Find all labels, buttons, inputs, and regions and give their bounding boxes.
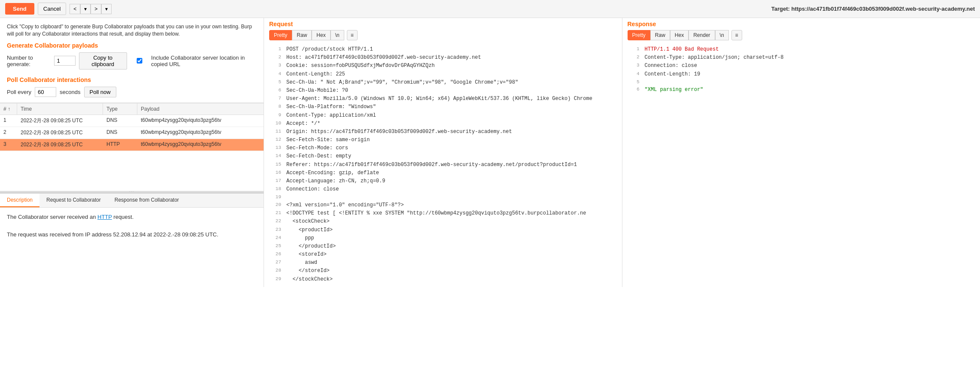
poll-seconds-label: seconds [60,89,80,95]
line-content: Cookie: session=fobPUSQUSdfxjMwfdovDrGPA… [286,62,435,70]
response-code-area: 1HTTP/1.1 400 Bad Request2Content-Type: … [622,42,980,287]
poll-now-button[interactable]: Poll now [84,87,116,97]
target-label: Target: https://ac471fb01f74f469c03b053f… [771,6,975,12]
col-header-time[interactable]: Time [17,103,103,115]
request-tab-newline[interactable]: \n [331,30,344,40]
toolbar: Send Cancel < ▾ > ▾ Target: https://ac47… [0,0,980,18]
table-row[interactable]: 2 2022-2月-28 09:08:25 UTC DNS t60wbmp4zy… [0,127,264,139]
line-content: Content-Type: application/json; charset=… [645,54,784,62]
http-link[interactable]: HTTP [97,214,112,220]
include-label: Include Collaborator server location in … [130,54,257,67]
line-number: 13 [269,144,281,152]
table-row[interactable]: 3 2022-2月-28 09:08:25 UTC HTTP t60wbmp4z… [0,139,264,151]
code-line: 27 aswd [264,259,622,267]
nav-next-dropdown[interactable]: ▾ [101,4,112,14]
tab-request-collaborator[interactable]: Request to Collaborator [39,194,108,207]
request-tab-pretty[interactable]: Pretty [269,30,292,40]
right-panels: Request Pretty Raw Hex \n ≡ 1POST /produ… [264,18,980,287]
poll-row: Poll every seconds Poll now [7,87,257,97]
response-tab-raw[interactable]: Raw [650,30,670,40]
main-content: Click "Copy to clipboard" to generate Bu… [0,18,980,287]
code-line: 5Sec-Ch-Ua: " Not A;Brand";v="99", "Chro… [264,79,622,87]
line-number: 1 [269,45,281,54]
cell-payload: t60wbmp4zysgg20qviquto3pzg56tv [137,127,264,139]
send-button[interactable]: Send [5,3,34,15]
nav-prev-dropdown[interactable]: ▾ [80,4,91,14]
line-content: Accept: */* [286,120,320,128]
cell-id: 1 [0,115,17,127]
col-header-num[interactable]: # ↑ [0,103,17,115]
line-number: 23 [269,226,281,234]
line-number: 5 [628,79,640,86]
line-content: HTTP/1.1 400 Bad Request [645,45,719,54]
line-content: Accept-Encoding: gzip, deflate [286,169,379,177]
nav-next-button[interactable]: > [91,4,101,14]
line-number: 22 [269,218,281,226]
code-line: 6Sec-Ch-Ua-Mobile: ?0 [264,87,622,95]
line-content: Origin: https://ac471fb01f74f469c03b053f… [286,128,512,136]
poll-section-title: Poll Collaborator interactions [7,76,257,83]
tab-description[interactable]: Description [0,194,39,207]
line-content: Connection: close [645,62,697,70]
request-tab-hex[interactable]: Hex [312,30,330,40]
include-checkbox[interactable] [130,58,149,64]
col-header-payload[interactable]: Payload [137,103,264,115]
line-content: Sec-Ch-Ua: " Not A;Brand";v="99", "Chrom… [286,79,518,87]
code-line: 22 <stockCheck> [264,218,622,226]
code-line: 26 <storeId> [264,251,622,259]
line-content: Sec-Ch-Ua-Mobile: ?0 [286,87,348,95]
table-row[interactable]: 1 2022-2月-28 09:08:25 UTC DNS t60wbmp4zy… [0,115,264,127]
code-line: 4Content-Length: 225 [264,70,622,79]
number-label: Number to generate: [7,54,51,67]
code-line: 8Sec-Ch-Ua-Platform: "Windows" [264,103,622,111]
generate-row: Number to generate: Copy to clipboard In… [7,52,257,70]
code-line: 6"XML parsing error" [622,86,980,94]
cell-id: 2 [0,127,17,139]
request-tab-menu[interactable]: ≡ [347,30,358,40]
code-line: 13Sec-Fetch-Mode: cors [264,144,622,152]
nav-group: < ▾ > ▾ [70,4,112,14]
response-tab-hex[interactable]: Hex [670,30,689,40]
line-number: 16 [269,169,281,177]
line-content: Sec-Fetch-Mode: cors [286,144,348,152]
line-number: 4 [269,70,281,79]
line-content: Content-Length: 19 [645,70,701,79]
line-number: 3 [269,62,281,70]
code-line: 11Origin: https://ac471fb01f74f469c03b05… [264,128,622,136]
line-content: <?xml version="1.0" encoding="UTF-8"?> [286,201,404,209]
line-content: Referer: https://ac471fb01f74f469c03b053… [286,161,577,169]
line-content: Host: ac471fb01f74f469c03b053f009d002f.w… [286,54,481,62]
number-input[interactable] [54,56,76,66]
col-header-type[interactable]: Type [103,103,137,115]
line-number: 28 [269,267,281,275]
line-number: 25 [269,242,281,251]
tab-response-collaborator[interactable]: Response from Collaborator [108,194,186,207]
line-number: 4 [628,70,640,79]
description-line1: The Collaborator server received an HTTP… [7,213,257,222]
response-tab-pretty[interactable]: Pretty [628,30,650,40]
line-number: 19 [269,194,281,201]
response-tab-menu[interactable]: ≡ [731,30,742,40]
line-number: 29 [269,275,281,284]
code-line: 4Content-Length: 19 [622,70,980,79]
line-content: <storeId> [286,251,327,259]
poll-seconds-input[interactable] [35,87,56,97]
line-content: Content-Type: application/xml [286,112,376,120]
line-content: <!DOCTYPE test [ <!ENTITY % xxe SYSTEM "… [286,209,586,218]
response-tab-render[interactable]: Render [689,30,715,40]
detail-content: The Collaborator server received an HTTP… [0,208,264,287]
copy-button[interactable]: Copy to clipboard [79,52,127,70]
code-line: 17Accept-Language: zh-CN, zh;q=0.9 [264,177,622,185]
line-content: </storeId> [286,267,330,275]
cell-payload: t60wbmp4zysgg20qviquto3pzg56tv [137,139,264,151]
response-tab-newline[interactable]: \n [715,30,729,40]
nav-prev-button[interactable]: < [70,4,80,14]
line-number: 5 [269,79,281,87]
code-line: 1POST /product/stock HTTP/1.1 [264,45,622,54]
line-number: 20 [269,201,281,209]
line-number: 3 [628,62,640,70]
interactions-table: # ↑ Time Type Payload 1 2022-2月-28 09:08… [0,103,264,191]
line-number: 7 [269,95,281,103]
cancel-button[interactable]: Cancel [38,3,66,15]
request-tab-raw[interactable]: Raw [292,30,312,40]
